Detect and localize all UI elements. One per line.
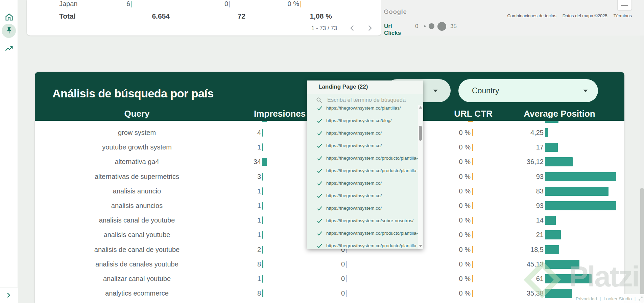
map-attribution: Combinaciones de teclas Datos del mapa ©… [507, 13, 632, 18]
average-position-cell: 93 [484, 169, 544, 184]
average-position-bar [545, 245, 559, 254]
impressions-bar [262, 260, 263, 268]
check-icon [316, 155, 323, 162]
impressions-bar [262, 202, 263, 210]
privacy-link[interactable]: Privacidad [576, 296, 597, 301]
column-header-url-ctr[interactable]: URL CTR [436, 107, 510, 121]
impressions-bar [262, 231, 263, 239]
average-position-bar [545, 172, 616, 181]
total-clicks: 72 [191, 10, 245, 22]
average-position-cell: 93 [484, 199, 544, 213]
scroll-up-arrow-icon[interactable] [419, 106, 422, 109]
impressions-bar [262, 275, 263, 283]
check-icon [316, 130, 323, 137]
url-ctr-bar [472, 231, 473, 238]
average-position-bar [545, 157, 573, 166]
summary-row-japan: Japan 6 0 0 % [27, 1, 381, 11]
dropdown-scrollbar-thumb[interactable] [419, 126, 422, 141]
keyboard-shortcuts-link[interactable]: Combinaciones de teclas [507, 13, 556, 18]
average-position-cell: 35,38 [484, 286, 544, 301]
home-icon[interactable] [4, 12, 14, 22]
trending-up-icon[interactable] [4, 44, 14, 54]
clicks-bar [229, 1, 230, 7]
url-ctr-cell: 0 % [413, 286, 471, 301]
dropdown-option[interactable]: https://thegrowthsystem.co/ [307, 177, 423, 190]
terms-link[interactable]: Términos [614, 13, 632, 18]
dropdown-header: Landing Page (22) [307, 80, 423, 94]
landing-page-url: https://thegrowthsystem.co/ [326, 193, 382, 198]
landing-page-url: https://thegrowthsystem.co/ [326, 181, 382, 186]
legend-max: 35 [450, 23, 457, 30]
landing-page-url: https://thegrowthsystem.co/ [326, 143, 382, 148]
map-data-label: Datos del mapa ©2025 [563, 13, 607, 18]
pagination-prev-button[interactable] [348, 24, 357, 32]
impressions-value: 6 [126, 0, 130, 7]
country-filter[interactable]: Country [458, 79, 598, 102]
total-label: Total [59, 10, 76, 22]
dropdown-option[interactable]: https://thegrowthsystem.co/producto/plan… [307, 152, 423, 165]
impressions-bar [262, 216, 263, 224]
landing-page-url: https://thegrowthsystem.co/producto/plan… [326, 156, 418, 161]
url-ctr-bar [472, 246, 473, 253]
url-ctr-bar [472, 275, 473, 282]
dropdown-option[interactable]: https://thegrowthsystem.co/ [307, 202, 423, 215]
sidebar-expand-button[interactable] [0, 287, 18, 303]
page-scrollbar-thumb[interactable] [640, 188, 644, 303]
url-clicks-bar [346, 275, 347, 282]
column-header-average-position[interactable]: Average Position [509, 107, 610, 121]
impressions-bar [262, 173, 263, 181]
check-icon [316, 205, 323, 212]
dropdown-option[interactable]: https://thegrowthsystem.co/sobre-nosotro… [307, 215, 423, 227]
landing-page-url: https://thegrowthsystem.co/ [326, 131, 382, 136]
table-row: analytics ecommerce 8 0 0 % 35,38 [35, 286, 624, 301]
landing-page-url: https://thegrowthsystem.co/sobre-nosotro… [326, 218, 413, 223]
google-logo: Google [384, 8, 407, 16]
dropdown-option[interactable]: https://thegrowthsystem.co/producto/plan… [307, 227, 423, 240]
column-header-query[interactable]: Query [35, 107, 239, 121]
average-position-bar [545, 274, 592, 283]
dropdown-option[interactable]: https://thegrowthsystem.co/plantillas/ [307, 102, 423, 115]
landing-page-url: https://thegrowthsystem.co/producto/plan… [326, 231, 418, 236]
fullscreen-icon[interactable] [638, 296, 643, 301]
average-position-bar [545, 289, 572, 298]
dropdown-options-list: https://thegrowthsystem.co/plantillas/ h… [307, 102, 423, 249]
looker-studio-link[interactable]: Looker Studio [604, 296, 632, 301]
pin-icon[interactable] [5, 26, 14, 35]
check-icon [316, 180, 323, 187]
check-icon [316, 105, 323, 112]
average-position-bar [545, 128, 548, 137]
page-scrollbar[interactable] [640, 36, 644, 303]
url-ctr-bar [472, 144, 473, 151]
dropdown-option[interactable]: https://thegrowthsystem.co/ [307, 190, 423, 202]
dropdown-option[interactable]: https://thegrowthsystem.co/ [307, 127, 423, 140]
average-position-cell: 21 [484, 228, 544, 242]
dropdown-option[interactable]: https://thegrowthsystem.co/producto/plan… [307, 240, 423, 249]
landing-page-url: https://thegrowthsystem.co/producto/plan… [326, 168, 418, 173]
impressions-cell: 1 [194, 213, 261, 228]
dropdown-option[interactable]: https://thegrowthsystem.co/producto/plan… [307, 165, 423, 177]
scroll-down-arrow-icon[interactable] [419, 245, 422, 247]
impressions-cell: 3 [194, 169, 261, 184]
map-zoom-out-button[interactable] [618, 0, 631, 10]
country-filter-label: Country [472, 79, 499, 102]
check-icon [316, 168, 323, 174]
url-clicks-cell: 0 [292, 272, 345, 286]
dropdown-option[interactable]: https://thegrowthsystem.co/ [307, 140, 423, 152]
url-ctr-bar [472, 173, 473, 180]
country-summary-card: Japan 6 0 0 % Total 6.654 72 1,08 % 1 - … [27, 0, 381, 36]
table-row: analisis de canales youtube 8 0 0 % 45,1… [35, 257, 624, 272]
geo-map-strip: Google Url Clicks 0 35 Combinaciones de … [381, 0, 644, 36]
url-ctr-bar [472, 202, 473, 209]
legend-dot-small [424, 25, 426, 27]
dropdown-option[interactable]: https://thegrowthsystem.co/blog/ [307, 115, 423, 127]
average-position-cell: 17 [484, 140, 544, 155]
pagination-next-button[interactable] [365, 24, 374, 32]
average-position-cell: 18,5 [484, 242, 544, 257]
check-icon [316, 143, 323, 149]
average-position-bar [545, 260, 579, 269]
impressions-bar [262, 121, 267, 122]
column-header-impressions[interactable]: Impresiones [254, 107, 306, 121]
average-position-bar [545, 143, 558, 152]
clicks-value: 0 [224, 0, 228, 7]
dropdown-scrollbar[interactable] [418, 105, 423, 249]
